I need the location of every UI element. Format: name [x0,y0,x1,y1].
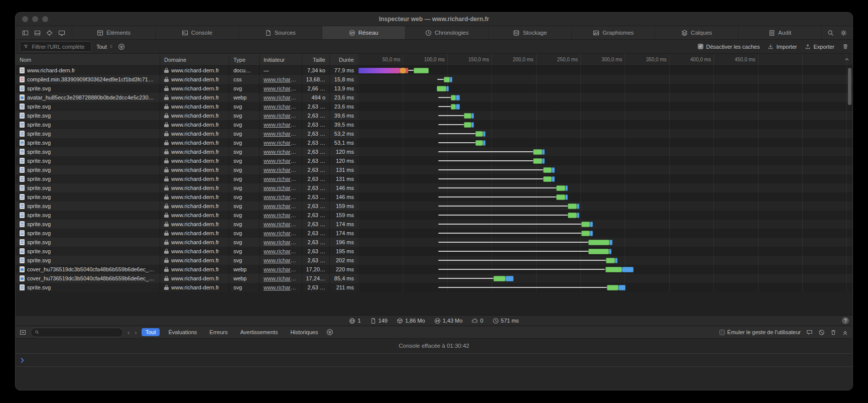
request-initiator-link[interactable]: www.richard-d… [264,266,298,272]
forward-arrow-icon[interactable]: › [135,329,137,336]
minimize-window-button[interactable] [32,16,38,22]
tab-timelines[interactable]: Chronologies [405,26,488,39]
tab-sources[interactable]: Sources [238,26,322,39]
column-header-size[interactable]: Taille [302,54,330,65]
back-arrow-icon[interactable]: ‹ [128,329,130,336]
request-initiator-link[interactable]: www.richard-d… [264,248,298,254]
network-request-row[interactable]: sprite.svg www.richard-dern.fr svg www.r… [16,165,852,174]
request-initiator-link[interactable]: www.richard-d… [264,76,298,82]
network-request-row[interactable]: sprite.svg www.richard-dern.fr svg www.r… [16,201,852,211]
disable-caches-checkbox[interactable] [698,44,703,49]
tab-console[interactable]: Console [155,26,238,39]
request-initiator-link[interactable]: www.richard-d… [264,212,298,218]
close-window-button[interactable] [22,16,28,22]
network-request-row[interactable]: sprite.svg www.richard-dern.fr svg www.r… [16,211,852,220]
network-request-row[interactable]: cover_hu736519dc3b5040cfa48b6b559b6de6ec… [16,274,852,283]
request-initiator-link[interactable]: www.richard-d… [264,149,298,155]
network-request-row[interactable]: sprite.svg www.richard-dern.fr svg www.r… [16,247,852,256]
request-initiator-link[interactable]: www.richard-d… [264,122,298,128]
network-request-row[interactable]: sprite.svg www.richard-dern.fr svg www.r… [16,183,852,192]
network-request-row[interactable]: sprite.svg www.richard-dern.fr svg www.r… [16,220,852,229]
search-icon[interactable] [827,30,834,36]
column-header-duration[interactable]: Durée [330,54,358,65]
dock-bottom-icon[interactable] [34,30,41,36]
console-search-input[interactable] [42,329,119,336]
url-filter-field[interactable] [20,41,92,52]
speech-bubble-icon[interactable] [806,329,813,336]
trash-icon[interactable] [842,43,848,50]
column-header-initiator[interactable]: Initiateur [260,54,302,65]
request-initiator-link[interactable]: www.richard-d… [264,230,298,236]
tab-layers[interactable]: Calques [655,26,738,39]
network-request-row[interactable]: sprite.svg www.richard-dern.fr svg www.r… [16,111,852,120]
emulate-user-gesture-toggle[interactable]: Émuler le geste de l'utilisateur [719,329,801,335]
network-request-row[interactable]: sprite.svg www.richard-dern.fr svg www.r… [16,156,852,165]
network-request-row[interactable]: compiled.min.38390909f303624ed9e1cf1bd3f… [16,75,852,84]
url-filter-input[interactable] [31,43,88,50]
dock-side-icon[interactable] [22,30,29,36]
request-initiator-link[interactable]: www.richard-d… [264,131,298,137]
console-tab-logs[interactable]: Historiques [286,328,322,336]
console-tab-evaluations[interactable]: Évaluations [164,328,201,336]
import-button[interactable]: Importer [768,44,797,50]
network-request-row[interactable]: sprite.svg www.richard-dern.fr svg www.r… [16,120,852,129]
console-tab-warnings[interactable]: Avertissements [236,328,282,336]
help-button[interactable]: ? [842,317,849,324]
settings-gear-icon[interactable] [840,30,847,36]
console-tab-all[interactable]: Tout [142,328,160,336]
network-request-row[interactable]: sprite.svg www.richard-dern.fr svg www.r… [16,147,852,156]
tab-elements[interactable]: Éléments [72,26,155,39]
tab-graphics[interactable]: Graphismes [571,26,655,39]
request-initiator-link[interactable]: www.richard-d… [264,176,298,182]
request-initiator-link[interactable]: www.richard-d… [264,194,298,200]
console-prompt-row[interactable] [16,354,852,367]
network-request-row[interactable]: www.richard-dern.fr www.richard-dern.fr … [16,66,852,75]
network-request-row[interactable]: sprite.svg www.richard-dern.fr svg www.r… [16,238,852,247]
disable-caches-toggle[interactable]: Désactiver les caches [698,44,760,50]
network-request-row[interactable]: sprite.svg www.richard-dern.fr svg www.r… [16,229,852,238]
request-initiator-link[interactable]: www.richard-d… [264,203,298,209]
vertical-scrollbar-thumb[interactable] [848,68,851,105]
console-scope-icon[interactable] [20,329,26,336]
request-initiator-link[interactable]: www.richard-d… [264,239,298,245]
network-request-row[interactable]: sprite.svg www.richard-dern.fr svg www.r… [16,192,852,201]
request-initiator-link[interactable]: www.richard-d… [264,85,298,91]
console-search-field[interactable] [31,328,123,337]
chevron-up-icon[interactable] [844,56,850,62]
device-icon[interactable] [58,30,65,36]
tab-audit[interactable]: Audit [738,26,821,39]
filter-options-icon[interactable] [118,43,125,50]
column-header-type[interactable]: Type [229,54,260,65]
column-header-domain[interactable]: Domaine [160,54,229,65]
clear-console-icon[interactable] [818,329,825,336]
network-request-row[interactable]: cover_hu736519dc3b5040cfa48b6b559b6de6ec… [16,265,852,274]
export-button[interactable]: Exporter [805,44,834,50]
console-filter-options-icon[interactable] [326,329,333,336]
element-picker-icon[interactable] [46,30,53,36]
zoom-window-button[interactable] [42,16,48,22]
request-initiator-link[interactable]: www.richard-d… [264,221,298,227]
network-request-row[interactable]: sprite.svg www.richard-dern.fr svg www.r… [16,256,852,265]
network-request-row[interactable]: sprite.svg www.richard-dern.fr svg www.r… [16,102,852,111]
column-header-name[interactable]: Nom [16,54,160,65]
network-request-row[interactable]: sprite.svg www.richard-dern.fr svg www.r… [16,129,852,138]
request-initiator-link[interactable]: www.richard-d… [264,140,298,146]
request-initiator-link[interactable]: www.richard-d… [264,158,298,164]
tab-storage[interactable]: Stockage [488,26,571,39]
request-initiator-link[interactable]: www.richard-d… [264,185,298,191]
trash-icon[interactable] [830,329,836,336]
network-request-row[interactable]: sprite.svg www.richard-dern.fr svg www.r… [16,138,852,147]
request-initiator-link[interactable]: www.richard-d… [264,257,298,263]
request-initiator-link[interactable]: www.richard-d… [264,94,298,100]
network-request-row[interactable]: avatar_hu85ecc3e298728880b0bde2dcc4e5c23… [16,93,852,102]
request-initiator-link[interactable]: www.richard-d… [264,275,298,281]
request-initiator-link[interactable]: www.richard-d… [264,167,298,173]
request-initiator-link[interactable]: www.richard-d… [264,284,298,290]
console-tab-errors[interactable]: Erreurs [205,328,231,336]
network-request-row[interactable]: sprite.svg www.richard-dern.fr svg www.r… [16,174,852,183]
request-initiator-link[interactable]: www.richard-d… [264,104,298,110]
request-initiator-link[interactable]: www.richard-d… [264,113,298,119]
resource-scope-select[interactable]: Tout [96,44,113,50]
emulate-user-gesture-checkbox[interactable] [719,330,725,335]
expand-console-icon[interactable] [842,329,848,336]
